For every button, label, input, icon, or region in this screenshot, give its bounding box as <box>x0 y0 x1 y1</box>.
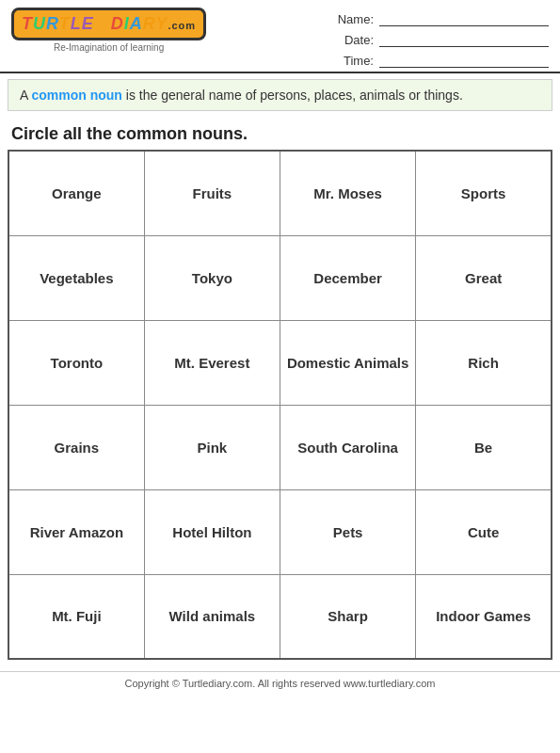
table-row: VegetablesTokyoDecemberGreat <box>8 235 552 320</box>
table-cell[interactable]: Mt. Fuji <box>8 574 144 659</box>
table-row: OrangeFruitsMr. MosesSports <box>8 151 552 235</box>
table-cell[interactable]: Toronto <box>8 320 144 405</box>
table-cell[interactable]: Cute <box>416 489 552 574</box>
footer: Copyright © Turtlediary.com. All rights … <box>0 671 560 695</box>
common-noun-highlight: common noun <box>31 88 121 103</box>
date-label: Date: <box>336 33 374 47</box>
table-cell[interactable]: Vegetables <box>8 235 144 320</box>
table-wrapper: OrangeFruitsMr. MosesSportsVegetablesTok… <box>0 150 560 667</box>
table-cell[interactable]: Indoor Games <box>416 574 552 659</box>
table-row: TorontoMt. EverestDomestic AnimalsRich <box>8 320 552 405</box>
table-cell[interactable]: Grains <box>8 405 144 489</box>
noun-table: OrangeFruitsMr. MosesSportsVegetablesTok… <box>8 150 552 660</box>
time-row: Time: <box>336 53 549 68</box>
table-cell[interactable]: Wild animals <box>144 574 280 659</box>
table-cell[interactable]: Rich <box>416 320 552 405</box>
logo: TURTLE DIARY.com <box>11 8 206 40</box>
logo-area: TURTLE DIARY.com Re-Imagination of learn… <box>11 8 206 53</box>
table-cell[interactable]: December <box>280 235 416 320</box>
table-cell[interactable]: Hotel Hilton <box>144 489 280 574</box>
table-row: Mt. FujiWild animalsSharpIndoor Games <box>8 574 552 659</box>
table-row: River AmazonHotel HiltonPetsCute <box>8 489 552 574</box>
definition-prefix: A <box>20 88 31 103</box>
instruction-text: Circle all the common nouns. <box>0 117 560 150</box>
table-cell[interactable]: Tokyo <box>144 235 280 320</box>
table-cell[interactable]: Pink <box>144 405 280 489</box>
time-line <box>379 53 549 68</box>
table-cell[interactable]: Mt. Everest <box>144 320 280 405</box>
name-fields: Name: Date: Time: <box>336 8 549 68</box>
table-cell[interactable]: Pets <box>280 489 416 574</box>
time-label: Time: <box>336 54 374 68</box>
table-cell[interactable]: South Carolina <box>280 405 416 489</box>
table-row: GrainsPinkSouth CarolinaBe <box>8 405 552 489</box>
table-cell[interactable]: Great <box>416 235 552 320</box>
table-cell[interactable]: Sharp <box>280 574 416 659</box>
name-label: Name: <box>336 12 374 26</box>
definition-box: A common noun is the general name of per… <box>8 79 552 111</box>
logo-tagline: Re-Imagination of learning <box>54 42 164 53</box>
definition-suffix: is the general name of persons, places, … <box>122 88 463 103</box>
table-cell[interactable]: River Amazon <box>8 489 144 574</box>
table-cell[interactable]: Orange <box>8 151 144 235</box>
name-row: Name: <box>336 11 549 26</box>
date-line <box>379 32 549 47</box>
page-header: TURTLE DIARY.com Re-Imagination of learn… <box>0 0 560 73</box>
date-row: Date: <box>336 32 549 47</box>
table-cell[interactable]: Sports <box>416 151 552 235</box>
name-line <box>379 11 549 26</box>
table-cell[interactable]: Fruits <box>144 151 280 235</box>
table-cell[interactable]: Domestic Animals <box>280 320 416 405</box>
table-cell[interactable]: Be <box>416 405 552 489</box>
table-cell[interactable]: Mr. Moses <box>280 151 416 235</box>
